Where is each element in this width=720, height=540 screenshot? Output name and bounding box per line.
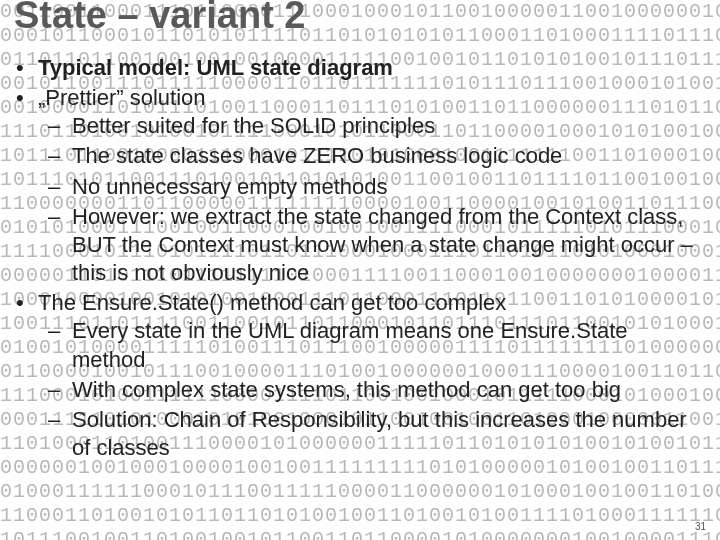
bullet-text: „Prettier” solution <box>38 85 206 110</box>
bullet-level2: Every state in the UML diagram means one… <box>38 317 702 373</box>
bullet-level2: However: we extract the state changed fr… <box>38 203 702 287</box>
bullet-level2: With complex state systems, this method … <box>38 376 702 404</box>
bullet-level2: Better suited for the SOLID principles <box>38 112 702 140</box>
bullet-text: Typical model: UML state diagram <box>38 55 393 80</box>
bullet-level2: Solution: Chain of Responsibility, but t… <box>38 406 702 462</box>
bullet-level1: The Ensure.State() method can get too co… <box>10 289 702 462</box>
bullet-level2: No unnecessary empty methods <box>38 173 702 201</box>
bullet-text: The Ensure.State() method can get too co… <box>38 290 506 315</box>
bullet-list: Typical model: UML state diagram„Prettie… <box>10 54 702 462</box>
bullet-level1: Typical model: UML state diagram <box>10 54 702 82</box>
slide-title: State – variant 2 <box>14 0 305 37</box>
bullet-level2: The state classes have ZERO business log… <box>38 142 702 170</box>
bullet-sublist: Better suited for the SOLID principlesTh… <box>38 112 702 287</box>
page-number: 31 <box>695 521 706 532</box>
bullet-sublist: Every state in the UML diagram means one… <box>38 317 702 462</box>
bullet-level1: „Prettier” solutionBetter suited for the… <box>10 84 702 287</box>
slide-content: State – variant 2 Typical model: UML sta… <box>0 0 720 540</box>
slide-body: Typical model: UML state diagram„Prettie… <box>10 54 702 464</box>
